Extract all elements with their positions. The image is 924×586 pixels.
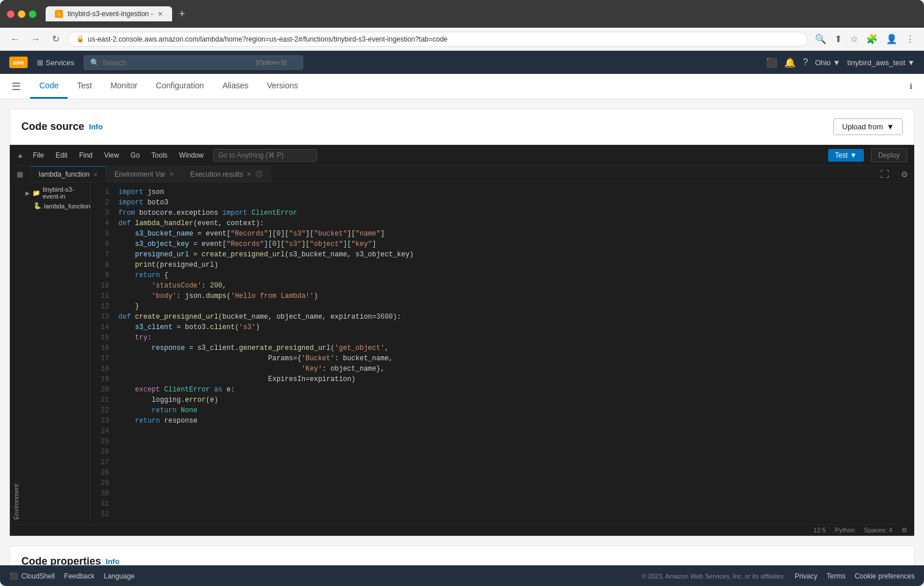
share-icon[interactable]: ⬆ xyxy=(832,31,844,47)
account-selector[interactable]: tinybird_aws_test ▼ xyxy=(847,58,915,67)
tab-favicon: λ xyxy=(55,10,63,18)
code-line-2: import boto3 xyxy=(118,197,914,208)
view-menu[interactable]: View xyxy=(102,150,121,161)
search-shortcut: [Option+S] xyxy=(256,59,286,66)
code-source-info-link[interactable]: Info xyxy=(89,122,103,131)
fold-icon[interactable]: ▲ xyxy=(17,151,24,159)
back-button[interactable]: ← xyxy=(7,32,23,47)
code-line-14: 'statusCode': 200, xyxy=(118,281,914,291)
browser-titlebar: λ tinybird-s3-event-ingestion - ✕ + xyxy=(0,0,924,28)
expand-arrow-icon: ▶ xyxy=(25,190,30,196)
edit-menu[interactable]: Edit xyxy=(53,150,70,161)
editor-tab-execution-results[interactable]: Execution results ✕ ⓘ xyxy=(182,166,271,182)
minimize-button[interactable] xyxy=(18,10,25,18)
code-line-5: def lambda_handler(event, context): xyxy=(118,218,914,229)
close-button[interactable] xyxy=(7,10,14,18)
tab-code[interactable]: Code xyxy=(30,74,68,99)
extensions-icon[interactable]: 🧩 xyxy=(864,31,880,47)
menu-icon[interactable]: ⋮ xyxy=(903,31,917,47)
tab-monitor[interactable]: Monitor xyxy=(101,74,147,99)
editor-tab-lambda-function[interactable]: lambda_function ✕ xyxy=(31,166,106,182)
tab-title: tinybird-s3-event-ingestion - xyxy=(68,10,153,18)
browser-frame: λ tinybird-s3-event-ingestion - ✕ + ← → … xyxy=(0,0,924,586)
search-icon[interactable]: 🔍 xyxy=(813,31,829,47)
window-menu[interactable]: Window xyxy=(177,150,206,161)
line-num-2: 2 xyxy=(91,197,114,208)
code-line-28: return None xyxy=(118,405,914,416)
tab-navigation: Code Test Monitor Configuration Aliases … xyxy=(30,74,307,99)
tab-aliases[interactable]: Aliases xyxy=(213,74,258,99)
services-button[interactable]: ⊞ Services xyxy=(37,58,74,67)
notifications-icon[interactable]: 🔔 xyxy=(784,57,796,68)
line-num-25: 25 xyxy=(91,436,114,447)
search-input[interactable] xyxy=(103,58,253,67)
env-var-tab-close[interactable]: ✕ xyxy=(169,171,174,177)
address-bar[interactable]: 🔒 us-east-2.console.aws.amazon.com/lambd… xyxy=(68,32,808,47)
line-num-9: 9 xyxy=(91,270,114,281)
code-source-card: Code source Info Upload from ▼ ▲ File Ed… xyxy=(9,109,915,536)
tab-versions[interactable]: Versions xyxy=(258,74,307,99)
code-text[interactable]: import json import boto3 from botocore.e… xyxy=(114,182,914,524)
grid-icon: ⊞ xyxy=(37,58,43,67)
line-num-29: 29 xyxy=(91,478,114,488)
terms-link[interactable]: Terms xyxy=(826,572,845,580)
maximize-button[interactable] xyxy=(29,10,36,18)
tab-configuration[interactable]: Configuration xyxy=(147,74,213,99)
line-num-31: 31 xyxy=(91,499,114,509)
privacy-link[interactable]: Privacy xyxy=(795,572,817,580)
editor-statusbar: 12:5 Python Spaces: 4 ⚙ xyxy=(10,524,914,536)
dropdown-chevron-icon: ▼ xyxy=(886,122,894,131)
file-menu[interactable]: File xyxy=(31,150,46,161)
settings-icon[interactable]: ⚙ xyxy=(895,170,914,179)
line-num-13: 13 xyxy=(91,312,114,322)
lambda-function-tab-label: lambda_function xyxy=(39,170,90,178)
deploy-button[interactable]: Deploy xyxy=(871,148,907,162)
cookie-preferences-link[interactable]: Cookie preferences xyxy=(855,572,915,580)
code-line-21: try: xyxy=(118,333,914,343)
code-source-header: Code source Info Upload from ▼ xyxy=(10,109,914,145)
tab-close-button[interactable]: ✕ xyxy=(158,10,163,18)
cloudshell-icon[interactable]: ⬛ xyxy=(766,57,777,68)
statusbar-gear-icon[interactable]: ⚙ xyxy=(901,527,907,534)
code-line-24: 'Key': object_name}, xyxy=(118,364,914,374)
maximize-editor-icon[interactable]: ⛶ xyxy=(874,169,895,180)
tools-menu[interactable]: Tools xyxy=(149,150,170,161)
aws-search-box[interactable]: 🔍 [Option+S] xyxy=(84,55,303,70)
new-tab-button[interactable]: + xyxy=(179,8,185,20)
test-button[interactable]: Test ▼ xyxy=(828,149,864,162)
profile-icon[interactable]: 👤 xyxy=(884,31,900,47)
code-properties-info-link[interactable]: Info xyxy=(106,557,120,565)
go-menu[interactable]: Go xyxy=(128,150,142,161)
secondary-nav: ☰ Code Test Monitor Configuration Aliase… xyxy=(0,74,924,99)
hamburger-button[interactable]: ☰ xyxy=(12,80,21,93)
line-num-3: 3 xyxy=(91,208,114,218)
search-icon: 🔍 xyxy=(90,58,99,67)
cloudshell-button[interactable]: ⬛ CloudShell xyxy=(9,572,55,580)
code-properties-card: Code properties Info Package size SHA256… xyxy=(9,546,915,565)
bookmark-icon[interactable]: ☆ xyxy=(848,31,860,47)
line-num-10: 10 xyxy=(91,281,114,291)
lambda-function-tab-close[interactable]: ✕ xyxy=(93,171,98,178)
active-tab[interactable]: λ tinybird-s3-event-ingestion - ✕ xyxy=(46,6,172,21)
code-properties-header: Code properties Info xyxy=(10,546,914,565)
feedback-link[interactable]: Feedback xyxy=(64,572,95,580)
find-menu[interactable]: Find xyxy=(77,150,95,161)
language-link[interactable]: Language xyxy=(104,572,135,580)
code-editor: Environment ▶ 📁 tinybird-s3-event-in ⚙ xyxy=(10,182,914,524)
execution-results-tab-close[interactable]: ✕ xyxy=(247,171,251,177)
code-line-16: } xyxy=(118,301,914,312)
editor-tab-environment-var[interactable]: Environment Var ✕ xyxy=(106,167,182,182)
forward-button[interactable]: → xyxy=(28,32,44,47)
execution-results-info-icon: ⓘ xyxy=(256,170,262,178)
region-selector[interactable]: Ohio ▼ xyxy=(815,58,840,67)
support-icon[interactable]: ? xyxy=(803,57,808,68)
page-info-icon[interactable]: ℹ xyxy=(910,82,912,91)
spaces-setting: Spaces: 4 xyxy=(864,527,892,534)
tab-test[interactable]: Test xyxy=(68,74,101,99)
line-num-21: 21 xyxy=(91,395,114,405)
refresh-button[interactable]: ↻ xyxy=(49,31,63,47)
services-label: Services xyxy=(46,58,74,67)
aws-logo: aws xyxy=(9,57,28,68)
goto-anything-input[interactable] xyxy=(213,149,317,162)
upload-from-button[interactable]: Upload from ▼ xyxy=(833,118,903,135)
